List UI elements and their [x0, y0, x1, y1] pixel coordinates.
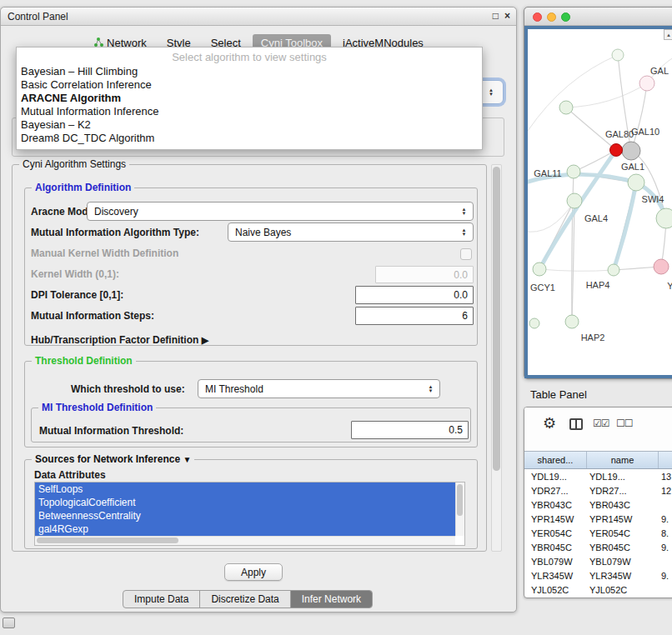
dropdown-item-mutual-information[interactable]: Mutual Information Inference	[17, 105, 482, 118]
cell: YLR345W	[587, 571, 659, 581]
attributes-vertical-scrollbar[interactable]	[455, 482, 464, 536]
which-threshold-label: Which threshold to use:	[71, 383, 185, 395]
node-label: GAL80	[605, 129, 634, 139]
dpi-tolerance-label: DPI Tolerance [0,1]:	[31, 289, 123, 301]
table-row[interactable]: YDR27... YDR27... 12	[524, 483, 672, 498]
minimize-button[interactable]	[547, 12, 556, 22]
mi-algorithm-type-select[interactable]: Naive Bayes ▲▼	[228, 222, 474, 242]
cell: 8.	[659, 528, 672, 538]
dropdown-prompt: Select algorithm to view settings	[17, 50, 482, 65]
combo-arrows-icon: ▲▼	[458, 228, 470, 237]
column-header-name[interactable]: name	[587, 452, 659, 468]
manual-kernel-checkbox[interactable]	[460, 248, 472, 260]
node-gal11[interactable]	[567, 165, 580, 178]
network-window-titlebar[interactable]	[524, 8, 672, 26]
cell: YJL052C	[524, 585, 587, 595]
table-row[interactable]: YBL079W YBL079W	[524, 554, 672, 568]
cell: YER054C	[587, 528, 659, 538]
close-window-icon[interactable]: ×	[504, 10, 510, 22]
gear-icon[interactable]: ⚙	[543, 414, 556, 432]
cell: 9.	[659, 514, 672, 524]
node-gal10[interactable]	[622, 142, 640, 160]
dropdown-item-bayesian-k2[interactable]: Bayesian – K2	[17, 118, 482, 132]
network-view-window: GAL GAL80 GAL10 GAL11 GAL1 SWI4 GAL4 GCY…	[524, 7, 672, 379]
settings-scrollbar-thumb[interactable]	[493, 167, 500, 471]
dpi-tolerance-input[interactable]	[355, 286, 474, 304]
network-node[interactable]	[529, 318, 539, 328]
column-header-clipped[interactable]	[659, 452, 672, 468]
attributes-horizontal-scrollbar[interactable]	[35, 536, 455, 545]
zoom-button[interactable]	[561, 12, 570, 22]
table-row[interactable]: YLR345W YLR345W 9.	[524, 568, 672, 582]
network-node-labels: GAL GAL80 GAL10 GAL11 GAL1 SWI4 GAL4 GCY…	[530, 66, 672, 342]
node-label: HAP4	[586, 280, 610, 290]
table-row[interactable]: YPR145W YPR145W 9.	[524, 512, 672, 526]
control-panel-window: Control Panel □ × Network Style Select C…	[0, 7, 517, 612]
which-threshold-select[interactable]: MI Threshold ▲▼	[198, 379, 440, 398]
algorithm-combobox-fragment[interactable]: ▲▼	[481, 80, 504, 104]
kernel-width-input[interactable]	[375, 266, 474, 283]
column-header-shared-name[interactable]: shared...	[524, 452, 587, 468]
network-node[interactable]	[612, 49, 624, 61]
list-item-topologicalcoefficient[interactable]: TopologicalCoefficient	[35, 496, 455, 509]
cell: YDL19...	[587, 472, 659, 482]
select-all-checkboxes-icon[interactable]: ☑☑	[593, 418, 609, 429]
aracne-mode-select[interactable]: Discovery ▲▼	[87, 202, 474, 221]
list-item-gal4rgexp[interactable]: gal4RGexp	[35, 522, 455, 536]
cell: YER054C	[524, 528, 587, 538]
columns-icon[interactable]	[569, 418, 583, 430]
table-row[interactable]: YBR045C YBR045C 9.	[524, 540, 672, 554]
deselect-all-checkboxes-icon[interactable]: ☐☐	[616, 418, 633, 429]
dropdown-item-basic-correlation[interactable]: Basic Correlation Inference	[17, 78, 482, 92]
network-node[interactable]	[639, 76, 654, 91]
mi-threshold-input[interactable]	[351, 421, 469, 439]
table-row[interactable]: YJL052C YJL052C	[524, 582, 672, 597]
kernel-width-label: Kernel Width (0,1):	[31, 268, 119, 280]
dropdown-item-aracne[interactable]: ARACNE Algorithm	[17, 92, 482, 105]
data-attributes-list[interactable]: SelfLoops TopologicalCoefficient Between…	[34, 482, 465, 546]
node-label: SWI4	[642, 194, 664, 204]
node-hap4[interactable]	[654, 259, 669, 274]
hub-section-toggle[interactable]: Hub/Transcription Factor Definition ▶	[31, 334, 208, 346]
table-row[interactable]: YDL19... YDL19... 13	[524, 469, 672, 483]
dropdown-item-dream8[interactable]: Dream8 DC_TDC Algorithm	[17, 132, 482, 145]
node-gal1[interactable]	[628, 174, 644, 191]
network-node[interactable]	[656, 208, 672, 228]
tab-discretize-data[interactable]: Discretize Data	[199, 591, 289, 608]
close-button[interactable]	[533, 12, 542, 22]
list-item-selfloops[interactable]: SelfLoops	[35, 482, 455, 496]
combo-arrows-icon: ▲▼	[424, 385, 437, 393]
hub-section-label: Hub/Transcription Factor Definition	[31, 334, 198, 346]
network-canvas[interactable]: GAL GAL80 GAL10 GAL11 GAL1 SWI4 GAL4 GCY…	[528, 29, 672, 375]
float-window-icon[interactable]: □	[493, 10, 499, 22]
scroll-up-icon: ▲	[666, 32, 671, 38]
control-panel-titlebar[interactable]: Control Panel □ ×	[1, 8, 516, 26]
list-item-betweennesscentrality[interactable]: BetweennessCentrality	[35, 509, 455, 522]
cell: YBR045C	[587, 542, 659, 552]
network-node[interactable]	[608, 264, 619, 276]
node-hap2[interactable]	[565, 315, 579, 328]
cell: YPR145W	[524, 514, 587, 524]
cell: YBR043C	[587, 500, 659, 510]
apply-button[interactable]: Apply	[224, 563, 283, 581]
node-selected-red[interactable]	[610, 144, 623, 157]
algorithm-definition-title: Algorithm Definition	[32, 182, 134, 193]
settings-group-title: Cyni Algorithm Settings	[19, 158, 129, 170]
cell: 12	[659, 486, 672, 496]
which-threshold-value: MI Threshold	[198, 383, 424, 395]
settings-scrollbar[interactable]	[491, 164, 502, 552]
minimized-panel-icon[interactable]	[3, 618, 15, 628]
canvas-scrollbar-up-button[interactable]: ▲	[664, 29, 672, 40]
node-gal4[interactable]	[567, 193, 582, 208]
mi-steps-input[interactable]	[355, 307, 474, 325]
dropdown-item-bayesian-hill-climbing[interactable]: Bayesian – Hill Climbing	[17, 65, 482, 78]
network-node[interactable]	[559, 101, 573, 114]
node-gcy1[interactable]	[533, 262, 546, 276]
tab-impute-data[interactable]: Impute Data	[123, 591, 199, 608]
table-row[interactable]: YBR043C YBR043C	[524, 498, 672, 512]
combo-arrows-icon: ▲▼	[485, 88, 498, 97]
sources-group-title[interactable]: Sources for Network Inference ▼	[32, 453, 194, 465]
mi-steps-label: Mutual Information Steps:	[31, 310, 154, 322]
table-row[interactable]: YER054C YER054C 8.	[524, 526, 672, 540]
tab-infer-network[interactable]: Infer Network	[290, 591, 372, 608]
